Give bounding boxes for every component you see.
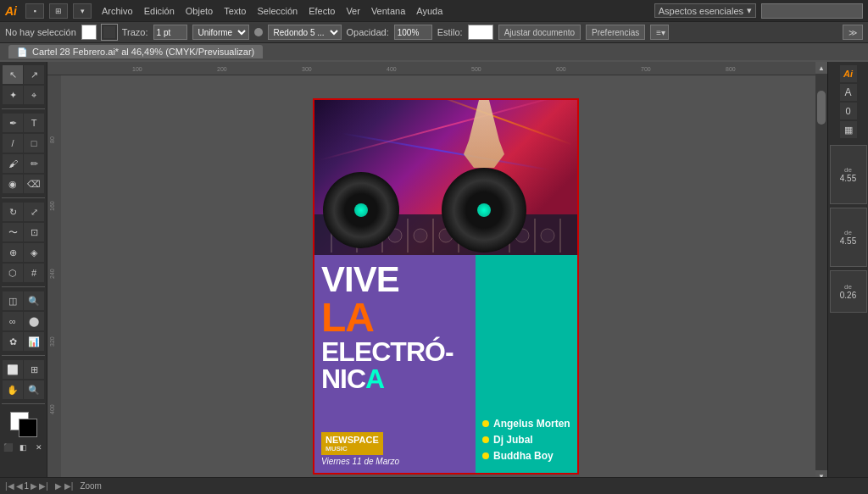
right-panel-icons: Ai A 0 ▦ de 4.55 de 4.55 de 0.26 xyxy=(828,62,868,316)
zoom-tool[interactable]: 🔍 xyxy=(24,380,44,399)
panel-btn-3[interactable]: 0 xyxy=(840,103,857,119)
stroke-color-swatch[interactable] xyxy=(102,25,117,40)
none-swatch-icon[interactable]: ✕ xyxy=(32,441,46,454)
menu-efecto[interactable]: Efecto xyxy=(303,0,340,21)
trazo-input[interactable] xyxy=(153,25,187,40)
arrange-icon[interactable]: ⊞ xyxy=(49,3,68,19)
svg-text:400: 400 xyxy=(387,66,397,72)
search-box[interactable] xyxy=(761,3,863,19)
menu-ventana[interactable]: Ventana xyxy=(366,0,410,21)
poster-left-section: VIVE LA ELECTRÓ- NICA NEWSPACE MUSIC xyxy=(314,255,476,473)
selection-tool[interactable]: ↖ xyxy=(3,65,23,84)
panel-toggle-button[interactable]: ≫ xyxy=(843,25,863,40)
style-swatch[interactable] xyxy=(468,25,493,40)
direct-selection-tool[interactable]: ↗ xyxy=(24,65,44,84)
panel-btn-1[interactable]: Ai xyxy=(840,65,857,82)
play-end-button[interactable]: ▶| xyxy=(64,481,74,491)
panel-num-1: 4.55 xyxy=(840,174,856,183)
svg-text:320: 320 xyxy=(49,336,55,347)
magic-wand-tool[interactable]: ✦ xyxy=(3,86,23,104)
fill-color-swatch[interactable] xyxy=(81,25,97,40)
lasso-tool[interactable]: ⌖ xyxy=(24,86,44,104)
estilo-label: Estilo: xyxy=(437,27,463,37)
type-tool[interactable]: T xyxy=(24,114,44,132)
color-mode-icon[interactable]: ⬛ xyxy=(2,441,15,454)
extra-options-button[interactable]: ≡▾ xyxy=(650,25,669,40)
eraser-tool[interactable]: ⌫ xyxy=(24,175,44,193)
panel-section-de-2[interactable]: de 4.55 xyxy=(830,208,867,267)
scroll-up-arrow[interactable]: ▲ xyxy=(815,62,827,74)
workspace-arrow-icon: ▾ xyxy=(747,5,752,16)
symbol-sprayer-tool[interactable]: ✿ xyxy=(3,332,23,351)
menu-ayuda[interactable]: Ayuda xyxy=(411,0,448,21)
puppet-warp-tool[interactable]: ⊕ xyxy=(3,243,23,262)
right-panels: Ai A 0 ▦ de 4.55 de 4.55 de 0.26 xyxy=(827,62,868,494)
panel-de-label-2: de xyxy=(844,229,852,236)
panel-num-3: 0.26 xyxy=(840,291,856,300)
window-controls[interactable]: ▪ xyxy=(25,3,44,19)
eyedropper-tool[interactable]: 🔍 xyxy=(24,291,44,310)
shape-builder-tool[interactable]: ◈ xyxy=(24,243,44,262)
menu-seleccion[interactable]: Selección xyxy=(252,0,303,21)
poster-document[interactable]: VIVE LA ELECTRÓ- NICA NEWSPACE MUSIC xyxy=(314,100,577,473)
pencil-tool[interactable]: ✏ xyxy=(24,154,44,173)
vertical-scrollbar[interactable]: ▲ ▼ xyxy=(815,62,827,482)
scroll-thumb-v[interactable] xyxy=(817,91,826,125)
adjust-document-button[interactable]: Ajustar documento xyxy=(498,25,581,40)
doc-tab-item[interactable]: 📄 Cartel 28 Febrero.ai* al 46,49% (CMYK/… xyxy=(8,45,263,58)
rect-tool[interactable]: □ xyxy=(24,134,44,153)
artist-name-1: Angelus Morten xyxy=(493,418,570,430)
menu-edicion[interactable]: Edición xyxy=(139,0,180,21)
bullet-icon-2 xyxy=(482,436,489,443)
page-first-arrow[interactable]: |◀ xyxy=(5,481,14,491)
poster-bottom: VIVE LA ELECTRÓ- NICA NEWSPACE MUSIC xyxy=(314,255,577,473)
menu-archivo[interactable]: Archivo xyxy=(97,0,138,21)
background-color[interactable] xyxy=(19,419,37,437)
tool-row-8: 〜 ⊡ xyxy=(2,223,45,241)
scale-tool[interactable]: ⤢ xyxy=(24,203,44,221)
poster-nica-text: NIC xyxy=(321,364,365,394)
blend-tool[interactable]: ∞ xyxy=(3,312,23,330)
workspace-dropdown[interactable]: Aspectos esenciales ▾ xyxy=(654,3,756,18)
live-paint-tool[interactable]: ⬤ xyxy=(24,312,44,330)
panel-section-de[interactable]: de 4.55 xyxy=(830,145,867,204)
tool-separator-1 xyxy=(2,108,45,109)
paintbrush-tool[interactable]: 🖌 xyxy=(3,154,23,173)
page-next-arrow[interactable]: ▶ xyxy=(31,481,37,491)
slice-tool[interactable]: ⊞ xyxy=(24,360,44,379)
artboard-tool[interactable]: ⬜ xyxy=(3,360,23,379)
gradient-tool[interactable]: ◫ xyxy=(3,291,23,310)
opacidad-input[interactable] xyxy=(394,25,432,40)
menu-extra[interactable]: ▾ xyxy=(73,3,92,19)
blob-brush-tool[interactable]: ◉ xyxy=(3,175,23,193)
gradient-swatch-icon[interactable]: ◧ xyxy=(17,441,31,454)
rotate-tool[interactable]: ↻ xyxy=(3,203,23,221)
menu-objeto[interactable]: Objeto xyxy=(181,0,218,21)
main-area: ↖ ↗ ✦ ⌖ ✒ T / □ 🖌 ✏ ◉ ⌫ ↻ ⤢ 〜 xyxy=(0,62,868,494)
menu-ver[interactable]: Ver xyxy=(341,0,365,21)
preferences-button[interactable]: Preferencias xyxy=(586,25,645,40)
page-last-arrow[interactable]: ▶| xyxy=(39,481,48,491)
warp-tool[interactable]: 〜 xyxy=(3,223,23,241)
play-button[interactable]: ▶ xyxy=(55,481,62,491)
pen-tool[interactable]: ✒ xyxy=(3,114,23,132)
panel-btn-2[interactable]: A xyxy=(840,84,857,101)
panel-num-2: 4.55 xyxy=(840,236,856,246)
mesh-tool[interactable]: # xyxy=(24,264,44,282)
tool-row-3: ✒ T xyxy=(2,114,45,132)
panel-btn-4[interactable]: ▦ xyxy=(840,121,857,138)
graph-tool[interactable]: 📊 xyxy=(24,332,44,351)
corner-select[interactable]: Redondo 5 ... xyxy=(268,25,342,40)
menu-texto[interactable]: Texto xyxy=(219,0,251,21)
stroke-type-select[interactable]: Uniforme xyxy=(192,25,249,40)
poster-nica-a: A xyxy=(365,364,384,394)
canvas-area[interactable]: 100 200 300 400 500 600 700 800 80 160 2… xyxy=(47,62,827,494)
free-transform-tool[interactable]: ⊡ xyxy=(24,223,44,241)
perspective-tool[interactable]: ⬡ xyxy=(3,264,23,282)
panel-section-de-3[interactable]: de 0.26 xyxy=(830,270,867,313)
line-tool[interactable]: / xyxy=(3,134,23,153)
turntable-right xyxy=(442,168,526,253)
hand-tool[interactable]: ✋ xyxy=(3,380,23,399)
page-prev-arrow[interactable]: ◀ xyxy=(16,481,23,491)
tool-row-7: ↻ ⤢ xyxy=(2,203,45,221)
